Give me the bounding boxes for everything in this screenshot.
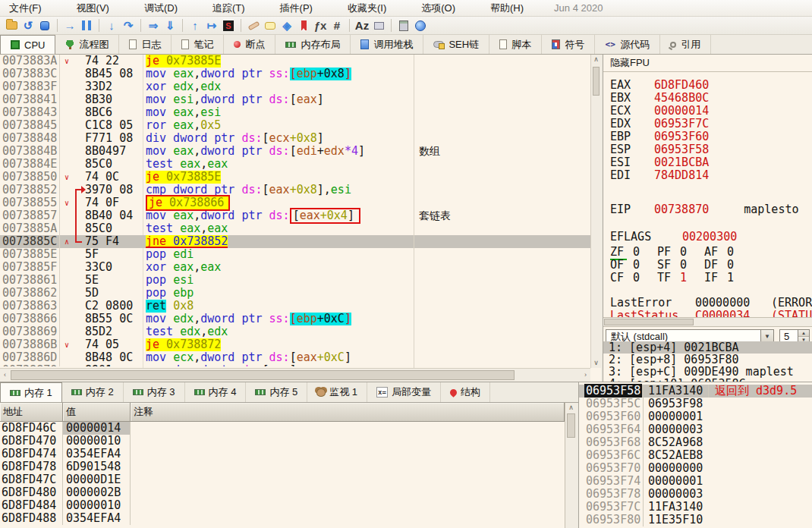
tab-内存 1[interactable]: 内存 1 [0,382,62,403]
tab-监视 1[interactable]: 监视 1 [307,382,367,402]
tab-结构[interactable]: 结构 [441,382,490,402]
open-folder-icon[interactable] [4,18,19,33]
tab-调用堆栈[interactable]: 调用堆栈 [351,35,423,54]
disasm-row[interactable]: 0073883C8B45 08mov eax,dword ptr ss:[ebp… [0,68,590,80]
flag-SF[interactable]: SF0 [657,259,691,272]
register-row[interactable]: EDI784DD814 [610,169,709,182]
tab-断点[interactable]: 断点 [224,35,275,54]
flag-AF[interactable]: AF0 [704,246,738,259]
column-header-value[interactable]: 值 [63,403,131,421]
disasm-row[interactable]: 0073884E85C0test eax,eax [0,158,590,171]
disasm-row[interactable]: 007388708901mov dword ptr ds:[ecx],eax [0,364,590,366]
dump-row[interactable]: 6D8FD47C00000D1E [0,473,565,486]
disasm-row[interactable]: 0073883A∨74 22je 0x73885E [0,55,590,68]
stack-row[interactable]: 06953F688C52A968 [579,436,812,449]
scrollbar-thumb[interactable] [593,67,600,96]
stack-row[interactable]: 06953F7800000003 [579,488,812,501]
flag-OF[interactable]: OF0 [610,259,644,272]
disasm-row[interactable]: 0073886D8B48 0Cmov ecx,dword ptr ds:[eax… [0,351,590,364]
register-row[interactable]: EDX06953F7C [610,118,709,130]
hash-icon[interactable]: # [329,18,345,33]
disasm-row[interactable]: 00738848F771 08div dword ptr ds:[ecx+0x8… [0,132,590,145]
stack-row[interactable]: 06953F6C8C52AEB8 [579,449,812,462]
register-row[interactable]: ESI0021BCBA [610,156,709,169]
scroll-left-icon[interactable]: ‹ [0,369,10,382]
scrollbar-thumb[interactable] [604,319,694,325]
tab-内存 4[interactable]: 内存 4 [185,382,247,402]
step-into-icon[interactable]: ↓ [104,18,119,33]
dump-row[interactable]: 6D8FD4880354EFA4 [0,512,565,525]
dump-row[interactable]: 6D8FD47000000010 [0,435,565,448]
argument-row[interactable]: 1: [esp+4] 0021BCBA [603,341,812,354]
dump-row[interactable]: 6D8FD48400000010 [0,499,565,512]
assemble-icon[interactable]: Az [354,18,370,33]
flag-IF[interactable]: IF1 [704,272,738,284]
disasm-row[interactable]: 007388668B55 0Cmov edx,dword ptr ss:[ebp… [0,313,590,325]
export-icon[interactable] [371,18,386,33]
disasm-row[interactable]: 0073885F33C0xor eax,eax [0,261,590,274]
disasm-row[interactable]: 0073886985D2test edx,edx [0,325,590,338]
tab-局部变量[interactable]: x=局部变量 [367,382,441,402]
disasm-row[interactable]: 007388523970 08cmp dword ptr ds:[eax+0x8… [0,184,590,196]
dump-row[interactable]: 6D8FD4800000002B [0,486,565,499]
menu-item[interactable]: 视图(V) [69,1,117,15]
disasm-row[interactable]: 007388438BC6mov eax,esi [0,106,590,119]
column-header-address[interactable]: 地址 [0,403,63,421]
argument-row[interactable]: 3: [esp+C] 009DE490 maplest [603,366,812,378]
step-out-icon[interactable]: ⇓ [162,18,178,33]
scrollbar-thumb[interactable] [567,413,575,438]
bookmark-icon[interactable] [296,18,311,33]
stack-row[interactable]: 06953F6000000001 [579,410,812,423]
disassembly-horizontal-scrollbar[interactable]: ‹ › [0,368,590,382]
disasm-row[interactable]: 007388418B30mov esi,dword ptr ds:[eax] [0,93,590,106]
register-row[interactable]: ESP06953F58 [610,143,709,156]
run-to-cursor-icon[interactable]: ⇒ [146,18,161,33]
last-error-row[interactable]: LastError00000000(ERROR_ [610,296,812,310]
disasm-row[interactable]: 00738845C1C8 05ror eax,0x5 [0,119,590,132]
stack-row[interactable]: 06953F5C06953F98 [579,398,812,410]
label-icon[interactable]: ◈ [279,18,294,33]
tab-内存 3[interactable]: 内存 3 [124,382,185,402]
stack-row[interactable]: 06953F7C11FA3140 [579,501,812,514]
scroll-right-icon[interactable]: › [581,369,590,382]
tab-日志[interactable]: 日志 [119,35,172,54]
pause-icon[interactable] [79,18,94,33]
eip-row[interactable]: EIP00738870maplesto [610,203,799,216]
menu-item[interactable]: 调试(D) [137,1,185,15]
stop-icon[interactable] [37,18,52,33]
tab-符号[interactable]: 符号 [542,35,595,54]
skip-icon[interactable]: S [221,18,236,33]
dump-row[interactable]: 6D8FD46C00000014 [0,422,565,435]
menu-item[interactable]: 插件(P) [272,1,320,15]
comment-icon[interactable] [263,18,278,33]
disasm-row[interactable]: 00738863C2 0800ret 0x8 [0,300,590,313]
run-icon[interactable]: → [62,18,77,33]
tab-CPU[interactable]: CPU [0,35,55,55]
tab-内存 2[interactable]: 内存 2 [62,382,124,402]
tab-源代码[interactable]: <>源代码 [595,35,660,54]
disasm-row[interactable]: 007388625Dpop ebp [0,287,590,300]
execute-till-return-icon[interactable]: ↑ [187,18,203,33]
patch-icon[interactable] [246,18,261,33]
dump-row[interactable]: 6D8FD4786D901548 [0,460,565,473]
disasm-row[interactable]: 0073885E5Fpop edi [0,248,590,261]
menu-item[interactable]: 收藏夹(I) [340,1,394,15]
column-header-comment[interactable]: 注释 [131,403,565,421]
menu-item[interactable]: 选项(O) [414,1,463,15]
tab-脚本[interactable]: 脚本 [489,35,542,54]
calculator-icon[interactable] [396,18,411,33]
register-row[interactable]: ECX00000014 [610,105,709,118]
disasm-row[interactable]: 0073883F33D2xor edx,edx [0,80,590,93]
dump-row[interactable]: 6D8FD4740354EFA4 [0,448,565,460]
disasm-row[interactable]: 007388615Epop esi [0,274,590,287]
tab-笔记[interactable]: 笔记 [172,35,224,54]
scroll-up-icon[interactable]: ∧ [565,403,577,413]
hide-fpu-button[interactable]: 隐藏FPU [603,55,812,72]
disasm-row[interactable]: 0073885A85C0test eax,eax [0,222,590,235]
eflags-row[interactable]: EFLAGS00200300 [610,231,737,244]
registers-horizontal-scrollbar[interactable] [603,317,812,327]
stack-row[interactable]: 06953F6400000003 [579,423,812,436]
stack-row[interactable]: 06953F8011E35F10 [579,514,812,526]
stepper-up-icon[interactable]: ▲ [798,330,809,337]
stack-row[interactable]: 06953F7000000000 [579,462,812,475]
